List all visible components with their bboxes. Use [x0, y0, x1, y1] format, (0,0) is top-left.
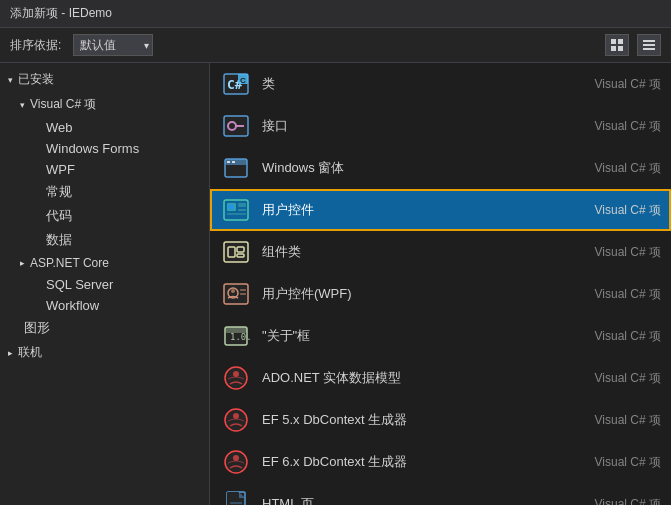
- sidebar-item-graphics[interactable]: 图形: [0, 316, 209, 340]
- title-bar: 添加新项 - IEDemo: [0, 0, 671, 28]
- ef6-context-name: EF 6.x DbContext 生成器: [262, 453, 585, 471]
- online-arrow: [4, 348, 16, 358]
- component-name: 组件类: [262, 243, 585, 261]
- svg-point-23: [228, 204, 234, 210]
- ef6-context-source: Visual C# 项: [595, 454, 661, 471]
- svg-rect-20: [238, 203, 246, 207]
- windows-form-icon: [220, 152, 252, 184]
- aspnet-arrow: [16, 258, 28, 268]
- list-item-html-page[interactable]: HTML 页 Visual C# 项: [210, 483, 671, 505]
- svg-point-41: [233, 455, 239, 461]
- list-item-ef5-context[interactable]: EF 5.x DbContext 生成器 Visual C# 项: [210, 399, 671, 441]
- list-item-ado-model[interactable]: ADO.NET 实体数据模型 Visual C# 项: [210, 357, 671, 399]
- ef6-context-icon: [220, 446, 252, 478]
- sort-select-wrapper[interactable]: 默认值 名称 类型: [73, 34, 153, 56]
- svg-rect-0: [611, 39, 616, 44]
- svg-text:1.0.0: 1.0.0: [230, 332, 250, 342]
- svg-rect-22: [227, 213, 246, 215]
- svg-point-37: [233, 371, 239, 377]
- list-item-user-control[interactable]: 用户控件 Visual C# 项: [210, 189, 671, 231]
- list-item-interface[interactable]: 接口 Visual C# 项: [210, 105, 671, 147]
- user-control-icon: [220, 194, 252, 226]
- data-label: 数据: [46, 231, 72, 249]
- sidebar-item-data[interactable]: 数据: [0, 228, 209, 252]
- svg-rect-21: [238, 209, 246, 211]
- aspnet-label: ASP.NET Core: [30, 256, 109, 270]
- html-page-icon: [220, 488, 252, 505]
- svg-point-30: [231, 289, 235, 293]
- svg-rect-1: [618, 39, 623, 44]
- content-area: 已安装 Visual C# 项 Web Windows Forms WPF: [0, 63, 671, 505]
- svg-rect-17: [232, 161, 235, 163]
- user-control-source: Visual C# 项: [595, 202, 661, 219]
- sidebar-item-online[interactable]: 联机: [0, 340, 209, 365]
- sidebar-item-workflow[interactable]: Workflow: [0, 295, 209, 316]
- svg-rect-16: [227, 161, 230, 163]
- list-item-about-box[interactable]: 1.0.0 "关于"框 Visual C# 项: [210, 315, 671, 357]
- list-item-ef6-context[interactable]: EF 6.x DbContext 生成器 Visual C# 项: [210, 441, 671, 483]
- ado-model-source: Visual C# 项: [595, 370, 661, 387]
- ef5-context-icon: [220, 404, 252, 436]
- wpf-label: WPF: [46, 162, 75, 177]
- html-page-name: HTML 页: [262, 495, 585, 505]
- class-name: 类: [262, 75, 585, 93]
- interface-name: 接口: [262, 117, 585, 135]
- sidebar-item-code[interactable]: 代码: [0, 204, 209, 228]
- class-source: Visual C# 项: [595, 76, 661, 93]
- html-page-source: Visual C# 项: [595, 496, 661, 506]
- about-box-icon: 1.0.0: [220, 320, 252, 352]
- windows-form-name: Windows 窗体: [262, 159, 585, 177]
- list-item-component[interactable]: 组件类 Visual C# 项: [210, 231, 671, 273]
- sidebar-item-visual-csharp[interactable]: Visual C# 项: [0, 92, 209, 117]
- code-label: 代码: [46, 207, 72, 225]
- toolbar: 排序依据: 默认值 名称 类型: [0, 28, 671, 63]
- title-text: 添加新项 - IEDemo: [10, 5, 112, 22]
- sort-select[interactable]: 默认值 名称 类型: [73, 34, 153, 56]
- class-icon: C# C: [220, 68, 252, 100]
- about-box-name: "关于"框: [262, 327, 585, 345]
- ado-model-icon: [220, 362, 252, 394]
- svg-rect-32: [240, 293, 246, 295]
- sidebar-item-sqlserver[interactable]: SQL Server: [0, 274, 209, 295]
- svg-rect-31: [240, 289, 246, 291]
- ef5-context-name: EF 5.x DbContext 生成器: [262, 411, 585, 429]
- interface-source: Visual C# 项: [595, 118, 661, 135]
- common-label: 常规: [46, 183, 72, 201]
- svg-point-36: [225, 367, 247, 389]
- about-box-source: Visual C# 项: [595, 328, 661, 345]
- ado-model-name: ADO.NET 实体数据模型: [262, 369, 585, 387]
- list-item-class[interactable]: C# C 类 Visual C# 项: [210, 63, 671, 105]
- interface-icon: [220, 110, 252, 142]
- graphics-label: 图形: [24, 319, 50, 337]
- svg-rect-6: [643, 48, 655, 50]
- user-control-wpf-name: 用户控件(WPF): [262, 285, 585, 303]
- svg-rect-4: [643, 40, 655, 42]
- visual-csharp-arrow: [16, 100, 28, 110]
- user-control-wpf-icon: [220, 278, 252, 310]
- user-control-wpf-source: Visual C# 项: [595, 286, 661, 303]
- svg-rect-5: [643, 44, 655, 46]
- sqlserver-label: SQL Server: [46, 277, 113, 292]
- workflow-label: Workflow: [46, 298, 99, 313]
- sort-label: 排序依据:: [10, 37, 61, 54]
- component-source: Visual C# 项: [595, 244, 661, 261]
- list-item-user-control-wpf[interactable]: 用户控件(WPF) Visual C# 项: [210, 273, 671, 315]
- sidebar-item-installed[interactable]: 已安装: [0, 67, 209, 92]
- svg-point-40: [225, 451, 247, 473]
- sidebar-item-aspnet[interactable]: ASP.NET Core: [0, 252, 209, 274]
- sidebar-item-winforms[interactable]: Windows Forms: [0, 138, 209, 159]
- sidebar-item-common[interactable]: 常规: [0, 180, 209, 204]
- list-item-windows-form[interactable]: Windows 窗体 Visual C# 项: [210, 147, 671, 189]
- svg-point-39: [233, 413, 239, 419]
- windows-form-source: Visual C# 项: [595, 160, 661, 177]
- visual-csharp-label: Visual C# 项: [30, 96, 96, 113]
- grid-view-button[interactable]: [605, 34, 629, 56]
- items-list: C# C 类 Visual C# 项 接口: [210, 63, 671, 505]
- dialog-body: 排序依据: 默认值 名称 类型: [0, 28, 671, 505]
- web-label: Web: [46, 120, 73, 135]
- sidebar-item-wpf[interactable]: WPF: [0, 159, 209, 180]
- sidebar-item-web[interactable]: Web: [0, 117, 209, 138]
- list-view-button[interactable]: [637, 34, 661, 56]
- svg-rect-3: [618, 46, 623, 51]
- component-icon: [220, 236, 252, 268]
